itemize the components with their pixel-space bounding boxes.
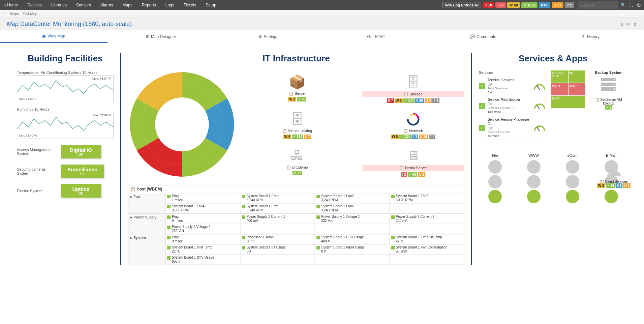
backup-column: Backup System 📋 XenServer VM Backup ✓ 2 [590,70,627,110]
facility-button[interactable]: UptimeOK [61,184,101,198]
breadcrumb-home-icon[interactable]: ⌂ [3,12,6,16]
sensor-cell[interactable]: System Board 1 Fan53,240 RPM [240,203,315,213]
sunburst-chart[interactable] [128,70,236,178]
cloud-badge: W 2 [597,183,605,188]
treemap-cell[interactable]: SMTP [569,83,585,95]
sensor-cell[interactable]: System Board 1 Fan13,240 RPM [240,193,315,203]
tab-get-html[interactable]: Get HTML [322,30,430,43]
device-demo-server[interactable]: 🖥 📋 Demo Server ! 2✓ 88U 2 [362,148,464,178]
device-prtgdemo[interactable]: 🖧 📋 prtgdemo ✓ 17 [246,148,348,178]
mini-chart[interactable]: Max: 76.64 °F Min: 75.02 °F [17,75,114,102]
status-badge[interactable]: II 65 [539,2,550,8]
sensor-cell[interactable]: System Board 1 IO Usage0 # [240,244,315,255]
sensor-cell[interactable]: System Board 1 Fan43,000 RPM [165,203,240,213]
cloud-section: ☁ 📋 Cloud Services W 2✓ 36II 1U 2 [597,161,631,188]
sensor-cell[interactable]: System Board 1 CPU Usage400 # [315,234,390,244]
status-badge[interactable]: U 37 [552,2,563,8]
facility-button[interactable]: SurveillanceOK [61,165,104,178]
search-input[interactable] [578,1,618,9]
status-badge[interactable]: !! 10 [483,2,494,8]
backup-item[interactable]: 📋 XenServer VM Backup [590,98,627,105]
device-virtual-hosting[interactable]: 🗄 📋 Virtual Hosting W 9✓ 134U 7 [246,111,348,141]
treemap-cell[interactable]: POP3 [551,83,568,95]
breadcrumb-edit-map: Edit Map [23,12,37,16]
fullscreen-icon[interactable]: ⛶ [629,3,633,7]
nav-home[interactable]: ⌂Home [3,3,18,7]
facility-label: Security-cameras System [17,167,54,175]
mini-chart[interactable]: Max: 27.60 % Min: 25.40 % [17,112,114,139]
facilities-title: Building Facilities [17,53,114,64]
status-square-icon [167,195,171,198]
nav-sensors[interactable]: Sensors [76,3,91,7]
nav-logs[interactable]: Logs [165,3,174,7]
facility-button[interactable]: Digital IOOK [61,145,101,158]
tab-settings[interactable]: ⚙Settings [215,30,322,43]
search-icon[interactable]: 🔍 [621,3,626,7]
traffic-www[interactable]: WWW [527,153,541,205]
sensor-cell[interactable]: System Board 1 Fan33,120 RPM [390,193,464,203]
nav-reports[interactable]: Reports [142,3,156,7]
sensor-cell[interactable]: Ping1 msec [165,193,240,203]
status-square-icon [167,215,171,219]
new-window-icon[interactable]: ⧉ [620,22,623,27]
tab-history[interactable]: 🗎History [537,30,644,43]
sensor-cell[interactable]: Power Supply 1 Current 1400 mA [240,214,315,224]
status-badge[interactable]: ✓ 1638 [521,2,538,8]
service-item[interactable]: ✓ Terminal ServicesOKTotal Sessions3 # [479,77,546,96]
service-item[interactable]: ✓ Service: Remote Procedure C...OKSensor… [479,116,546,140]
host-category[interactable]: ▸ System [128,234,165,265]
status-badge[interactable]: W 40 [507,2,520,8]
nav-maps[interactable]: Maps [122,3,132,7]
nav-alarms[interactable]: Alarms [100,3,113,7]
cloud-name[interactable]: 📋 Cloud Services [597,180,631,183]
facility-row: Electric System UptimeOK [17,184,114,198]
facilities-column: Building Facilities Temperature - Air Co… [10,53,121,265]
device-network[interactable]: 📋 Network W 5✓ 134II 3U 10? 2 [362,111,464,141]
sensor-cell[interactable]: Ping0 msec [165,214,240,224]
tab-view-map[interactable]: ▣View Map [0,30,108,43]
status-square-icon [316,236,320,239]
sensor-cell[interactable]: Power Supply 1 Voltage 1232 Volt [315,214,390,224]
sensor-cell[interactable]: System Board 1 Exhaust Temp27 °C [390,234,464,244]
sensor-cell[interactable]: System Board 1 MEM Usage0 # [315,244,390,255]
sensor-cell[interactable]: Power Supply 2 Current 2200 mA [390,214,464,224]
service-item[interactable]: ✓ Service: Print SpoolerOKSensor Executi… [479,96,546,116]
device-badge: II 3 [411,135,418,139]
sensor-cell[interactable]: System Board 1 SYS Usage600 # [165,255,240,265]
nav-devices[interactable]: Devices [27,3,42,7]
delete-icon[interactable]: 🗑 [633,22,637,27]
sensor-cell[interactable]: Processor 1 Temp38 °C [240,234,315,244]
status-square-icon [391,195,395,198]
status-badge[interactable]: ! 17 [495,2,506,8]
power-icon[interactable]: ⏻ [637,3,641,7]
check-icon: ✓ [479,83,485,89]
nav-tickets[interactable]: Tickets [184,3,196,7]
sensor-cell[interactable]: System Board 1 Fan23,240 RPM [315,193,390,203]
sensor-cell[interactable]: Ping0 msec [165,234,240,244]
device-storage[interactable]: 🗄 📋 Storage !! 7W 6✓ 144II 36U 3? 1 [362,74,464,105]
sensor-cell[interactable]: Power Supply 2 Voltage 2232 Volt [165,224,240,234]
mail-icon[interactable]: ✉ [626,22,630,27]
nav-libraries[interactable]: Libraries [51,3,67,7]
treemap-cell[interactable]: MS SQL 2016 [551,70,568,83]
nav-setup[interactable]: Setup [206,3,216,7]
status-square-icon [391,236,395,239]
services-treemap[interactable]: MS SQL 2016IISPOP3SMTPIMAP [551,70,585,108]
traffic-file[interactable]: File [488,153,502,205]
breadcrumb-maps[interactable]: Maps [10,12,19,16]
status-badge[interactable]: ? 5 [565,2,574,8]
host-category[interactable]: ▸ Fan [128,193,165,213]
tab-comments[interactable]: 💬Comments [429,30,537,43]
tab-map-designer[interactable]: ⊞Map Designer [108,30,215,43]
traffic-ecom[interactable]: eCom [566,153,579,205]
device-icon: 📦 [246,74,348,90]
device-server[interactable]: 📦 📋 Server W 2✓ 98 [246,74,348,105]
sensor-cell[interactable]: System Board 1 Fan63,240 RPM [315,203,390,213]
new-log-badge[interactable]: New Log Entries 47 [442,2,481,8]
sensor-cell[interactable]: System Board 1 Inlet Temp22 °C [165,244,240,255]
treemap-cell[interactable]: IMAP [551,96,585,108]
treemap-cell[interactable]: IIS [569,70,585,83]
status-square-icon [167,226,171,229]
sensor-cell[interactable]: System Board 1 Pwr Consumption98 Watt [390,244,464,255]
host-category[interactable]: ▸ Power Supply [128,214,165,234]
